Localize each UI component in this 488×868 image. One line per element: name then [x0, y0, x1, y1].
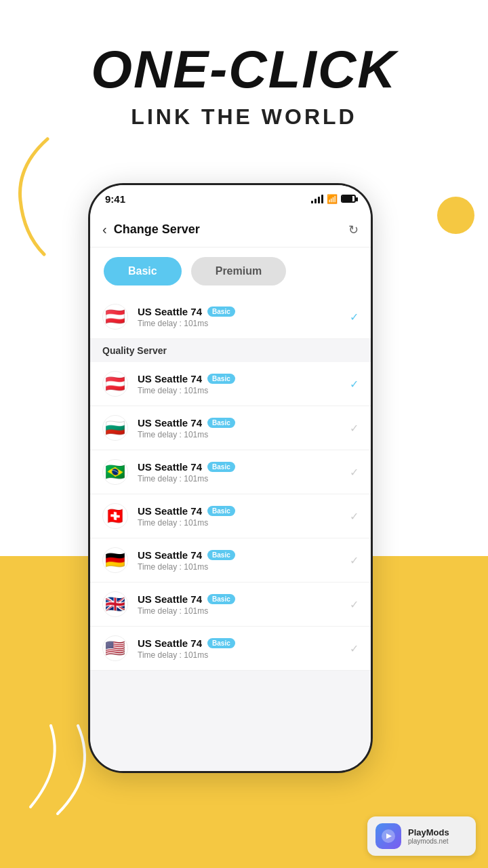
- playmods-icon: [375, 823, 401, 849]
- tab-premium[interactable]: Premium: [191, 257, 286, 285]
- server-delay: Time delay : 101ms: [138, 474, 350, 484]
- server-info: US Seattle 74 Basic Time delay : 101ms: [138, 461, 350, 484]
- server-item[interactable]: 🇺🇸 US Seattle 74 Basic Time delay : 101m…: [90, 627, 371, 671]
- phone-screen: 9:41 📶 ‹ Change Server: [90, 185, 371, 771]
- playmods-text: PlayMods playmods.net: [408, 827, 449, 845]
- server-flag: 🇺🇸: [102, 635, 128, 661]
- server-flag: 🇨🇭: [102, 503, 128, 529]
- server-item[interactable]: 🇦🇹 US Seattle 74 Basic Time delay : 101m…: [90, 362, 371, 406]
- top-server-name: US Seattle 74: [138, 306, 202, 317]
- server-delay: Time delay : 101ms: [138, 518, 350, 528]
- server-name: US Seattle 74: [138, 417, 202, 429]
- back-button[interactable]: ‹: [102, 222, 107, 237]
- server-check-icon: ✓: [350, 466, 359, 479]
- server-item[interactable]: 🇧🇬 US Seattle 74 Basic Time delay : 101m…: [90, 406, 371, 450]
- playmods-title: PlayMods: [408, 827, 449, 837]
- server-item[interactable]: 🇬🇧 US Seattle 74 Basic Time delay : 101m…: [90, 583, 371, 627]
- top-server-item[interactable]: 🇦🇹 US Seattle 74 Basic Time delay : 101m…: [90, 295, 371, 339]
- section-header: Quality Server: [90, 339, 371, 362]
- server-item[interactable]: 🇩🇪 US Seattle 74 Basic Time delay : 101m…: [90, 538, 371, 583]
- server-name: US Seattle 74: [138, 593, 202, 605]
- app-header-title: Change Server: [114, 222, 348, 237]
- top-server-delay: Time delay : 101ms: [138, 319, 350, 328]
- server-badge: Basic: [207, 506, 235, 516]
- server-item[interactable]: 🇧🇷 US Seattle 74 Basic Time delay : 101m…: [90, 450, 371, 494]
- header-section: ONE-CLICK LINK THE WORLD: [0, 41, 488, 130]
- server-name-row: US Seattle 74 Basic: [138, 593, 350, 605]
- phone-mockup: 9:41 📶 ‹ Change Server: [88, 183, 373, 773]
- server-flag: 🇧🇬: [102, 415, 128, 441]
- top-server-flag: 🇦🇹: [102, 304, 128, 330]
- server-badge: Basic: [207, 638, 235, 648]
- server-name: US Seattle 74: [138, 505, 202, 517]
- server-info: US Seattle 74 Basic Time delay : 101ms: [138, 549, 350, 572]
- server-badge: Basic: [207, 594, 235, 604]
- server-badge: Basic: [207, 418, 235, 428]
- server-info: US Seattle 74 Basic Time delay : 101ms: [138, 593, 350, 616]
- server-name-row: US Seattle 74 Basic: [138, 373, 350, 384]
- status-time: 9:41: [105, 193, 125, 205]
- server-flag: 🇦🇹: [102, 371, 128, 397]
- refresh-button[interactable]: ↻: [348, 222, 359, 237]
- server-name-row: US Seattle 74 Basic: [138, 549, 350, 561]
- tab-switcher: Basic Premium: [90, 248, 371, 295]
- server-info: US Seattle 74 Basic Time delay : 101ms: [138, 417, 350, 439]
- server-name-row: US Seattle 74 Basic: [138, 505, 350, 517]
- server-delay: Time delay : 101ms: [138, 606, 350, 616]
- server-delay: Time delay : 101ms: [138, 430, 350, 439]
- server-name: US Seattle 74: [138, 549, 202, 561]
- top-server-badge: Basic: [207, 307, 235, 317]
- server-name-row: US Seattle 74 Basic: [138, 637, 350, 649]
- server-flag: 🇬🇧: [102, 591, 128, 617]
- server-check-icon: ✓: [350, 422, 359, 435]
- server-delay: Time delay : 101ms: [138, 562, 350, 572]
- sub-title: LINK THE WORLD: [0, 104, 488, 130]
- server-name-row: US Seattle 74 Basic: [138, 461, 350, 473]
- server-badge: Basic: [207, 550, 235, 560]
- server-name-row: US Seattle 74 Basic: [138, 417, 350, 429]
- battery-icon: [341, 195, 356, 203]
- app-header: ‹ Change Server ↻: [90, 212, 371, 248]
- status-icons: 📶: [311, 194, 356, 204]
- top-server-check: ✓: [350, 311, 359, 323]
- deco-circle: [437, 197, 474, 234]
- server-list: 🇦🇹 US Seattle 74 Basic Time delay : 101m…: [90, 362, 371, 671]
- server-flag: 🇧🇷: [102, 459, 128, 485]
- playmods-url: playmods.net: [408, 837, 449, 845]
- wifi-icon: 📶: [327, 194, 338, 204]
- server-check-icon: ✓: [350, 378, 359, 391]
- playmods-badge[interactable]: PlayMods playmods.net: [367, 816, 476, 856]
- server-badge: Basic: [207, 374, 235, 384]
- signal-icon: [311, 195, 323, 203]
- server-name: US Seattle 74: [138, 461, 202, 473]
- server-check-icon: ✓: [350, 642, 359, 655]
- server-delay: Time delay : 101ms: [138, 650, 350, 660]
- server-delay: Time delay : 101ms: [138, 386, 350, 395]
- tab-basic[interactable]: Basic: [104, 257, 182, 285]
- main-title: ONE-CLICK: [0, 41, 488, 99]
- server-info: US Seattle 74 Basic Time delay : 101ms: [138, 637, 350, 660]
- top-server-info: US Seattle 74 Basic Time delay : 101ms: [138, 306, 350, 328]
- server-info: US Seattle 74 Basic Time delay : 101ms: [138, 505, 350, 528]
- server-check-icon: ✓: [350, 598, 359, 611]
- server-name: US Seattle 74: [138, 373, 202, 384]
- server-item[interactable]: 🇨🇭 US Seattle 74 Basic Time delay : 101m…: [90, 494, 371, 538]
- server-info: US Seattle 74 Basic Time delay : 101ms: [138, 373, 350, 395]
- status-bar: 9:41 📶: [90, 185, 371, 212]
- server-check-icon: ✓: [350, 510, 359, 523]
- server-name: US Seattle 74: [138, 637, 202, 649]
- server-check-icon: ✓: [350, 554, 359, 567]
- server-flag: 🇩🇪: [102, 547, 128, 573]
- top-server-name-row: US Seattle 74 Basic: [138, 306, 350, 317]
- server-badge: Basic: [207, 462, 235, 472]
- phone-outer: 9:41 📶 ‹ Change Server: [88, 183, 373, 773]
